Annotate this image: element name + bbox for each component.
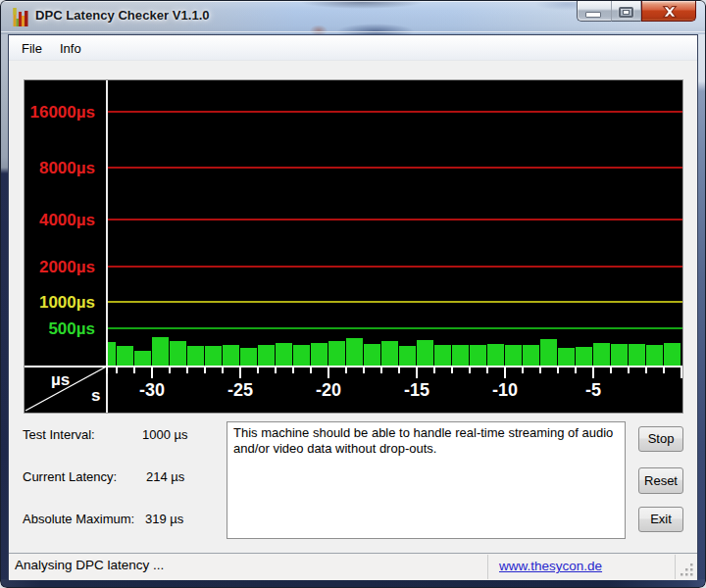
svg-text:-30: -30 [139,380,165,400]
svg-text:-5: -5 [585,380,601,400]
svg-text:-10: -10 [492,380,518,400]
svg-text:µs: µs [51,370,70,389]
svg-text:-15: -15 [404,380,429,400]
svg-text:-20: -20 [316,380,341,400]
svg-text:8000µs: 8000µs [39,159,95,177]
svg-text:16000µs: 16000µs [29,103,95,122]
svg-text:-25: -25 [227,380,253,400]
svg-text:s: s [91,386,100,405]
svg-text:2000µs: 2000µs [39,258,95,276]
svg-text:500µs: 500µs [48,319,95,338]
svg-text:1000µs: 1000µs [39,293,95,312]
svg-text:4000µs: 4000µs [39,211,95,229]
